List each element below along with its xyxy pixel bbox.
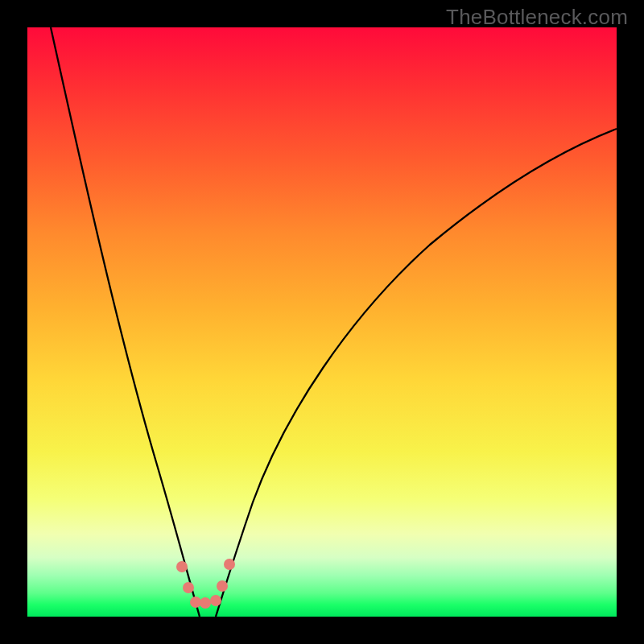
marker-dot xyxy=(210,595,221,606)
marker-dot xyxy=(183,582,194,593)
marker-dot xyxy=(200,597,211,609)
watermark-text: TheBottleneck.com xyxy=(446,5,628,30)
marker-dot xyxy=(224,559,235,570)
chart-frame: TheBottleneck.com xyxy=(0,0,644,644)
marker-layer xyxy=(27,27,617,617)
marker-dot xyxy=(217,580,228,592)
marker-dot xyxy=(176,561,188,572)
